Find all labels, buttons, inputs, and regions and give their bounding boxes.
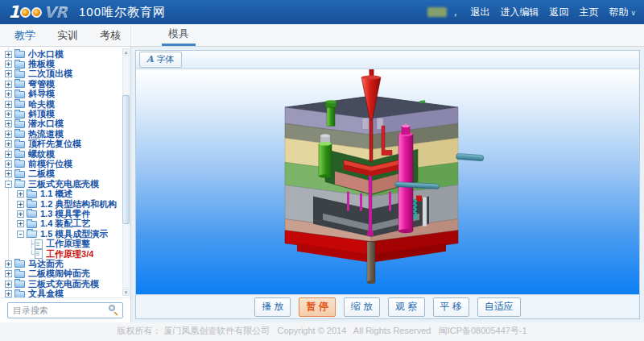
folder-icon [27, 231, 38, 238]
viewer-toolbar-top: A 字体 [136, 51, 639, 69]
expand-toggle-icon[interactable]: - [5, 181, 12, 188]
zoom-button[interactable]: 缩 放 [344, 297, 380, 317]
tree-item[interactable]: +文具盒模 [5, 289, 122, 297]
expand-toggle-icon[interactable]: + [5, 131, 12, 138]
expand-toggle-icon[interactable]: + [5, 151, 12, 158]
tree-item[interactable]: +前模行位模 [5, 159, 122, 168]
nav-tabs-left: 教学实训考核 [0, 24, 131, 46]
username-separator: ， [450, 6, 460, 19]
folder-icon [14, 171, 25, 178]
folder-icon [14, 81, 25, 88]
folder-icon [27, 221, 37, 228]
folder-icon [14, 181, 26, 188]
tab-bar: 教学实训考核 模具 [0, 24, 644, 47]
expand-toggle-icon[interactable]: + [5, 110, 12, 118]
tree-scrollbar[interactable]: ▲ ▼ [122, 48, 130, 296]
folder-icon [14, 151, 25, 158]
expand-toggle-icon[interactable]: + [17, 210, 24, 218]
expand-toggle-icon[interactable]: + [5, 120, 12, 127]
help-link[interactable]: 帮助∨ [609, 6, 636, 19]
folder-icon [14, 131, 25, 138]
tree-item-label: 文具盒模 [28, 288, 64, 297]
folder-icon [14, 271, 25, 278]
header: 1 VR 100唯尔教育网 ， 退出进入编辑返回主页帮助∨ [0, 0, 644, 24]
tree-item[interactable]: +顶杆先复位模 [5, 139, 122, 149]
tree-item[interactable]: +斜导模 [5, 89, 122, 99]
expand-toggle-icon[interactable]: + [5, 60, 12, 68]
search-row [0, 297, 130, 322]
folder-icon [14, 141, 25, 148]
playback-toolbar: 播 放暂 停缩 放观 察平 移自适应 [136, 294, 639, 318]
expand-toggle-icon[interactable]: + [17, 201, 24, 208]
pause-button[interactable]: 暂 停 [299, 297, 335, 317]
font-button[interactable]: A 字体 [139, 52, 182, 68]
play-button[interactable]: 播 放 [254, 297, 291, 317]
logo-eye-icon [31, 7, 42, 18]
expand-toggle-icon[interactable]: + [5, 270, 12, 277]
observe-button[interactable]: 观 察 [388, 297, 424, 317]
folder-icon [14, 111, 25, 119]
folder-icon [14, 91, 25, 98]
expand-toggle-icon[interactable]: + [5, 281, 12, 288]
tab-mold[interactable]: 模具 [162, 24, 196, 46]
scrollbar-thumb[interactable] [122, 95, 130, 224]
nav-tabs-right: 模具 [131, 24, 196, 46]
pan-button[interactable]: 平 移 [433, 297, 469, 317]
search-icon[interactable] [109, 305, 119, 315]
tree-connector: ├ [29, 239, 34, 248]
help-caret-icon: ∨ [630, 9, 636, 17]
expand-toggle-icon[interactable]: + [5, 90, 12, 98]
tab-assessment[interactable]: 考核 [100, 28, 121, 43]
enter-edit-link[interactable]: 进入编辑 [500, 6, 539, 19]
folder-icon [14, 260, 25, 268]
font-button-label: 字体 [157, 53, 175, 65]
app-window: 1 VR 100唯尔教育网 ， 退出进入编辑返回主页帮助∨ 教学实训考核 模具 … [0, 0, 644, 341]
expand-toggle-icon[interactable]: + [5, 70, 12, 77]
expand-toggle-icon[interactable]: + [5, 260, 12, 268]
folder-icon [14, 51, 25, 58]
tab-training[interactable]: 实训 [57, 28, 78, 43]
expand-toggle-icon[interactable]: + [5, 81, 12, 88]
mold-3d-model[interactable] [136, 69, 639, 294]
folder-icon [14, 281, 25, 288]
sidebar: +小水口模+推板模+二次顶出模+弯管模+斜导模+哈夫模+斜顶模+潜水口模+热流道… [0, 47, 131, 322]
expand-toggle-icon[interactable]: - [17, 231, 24, 238]
tab-teaching[interactable]: 教学 [14, 28, 35, 43]
tree-item[interactable]: +哈夫模 [5, 99, 122, 109]
username-redacted [427, 7, 447, 17]
logo-digit: 1 [8, 2, 19, 22]
search-input[interactable] [7, 302, 123, 318]
logo-vr-text: VR [44, 3, 68, 21]
auto-fit-button[interactable]: 自适应 [477, 297, 521, 317]
logout-link[interactable]: 退出 [470, 6, 489, 19]
document-icon [35, 239, 43, 249]
folder-icon [14, 61, 25, 69]
expand-toggle-icon[interactable]: + [5, 160, 12, 168]
expand-toggle-icon[interactable]: + [5, 101, 12, 108]
logo-eye-icon [20, 7, 31, 18]
scroll-up-icon[interactable]: ▲ [122, 48, 130, 56]
viewer-panel: A 字体 [135, 50, 640, 319]
tree-item[interactable]: +弯管模 [5, 79, 122, 89]
expand-toggle-icon[interactable]: + [5, 290, 12, 297]
expand-toggle-icon[interactable]: + [17, 220, 24, 227]
tree-item[interactable]: +小水口模 [5, 49, 122, 59]
tree-item[interactable]: +二次顶出模 [5, 69, 122, 79]
folder-icon [14, 121, 25, 128]
home-link[interactable]: 主页 [579, 6, 598, 19]
folder-icon [14, 71, 25, 78]
header-links: ， 退出进入编辑返回主页帮助∨ [427, 6, 636, 19]
expand-toggle-icon[interactable]: + [17, 190, 24, 198]
course-tree: +小水口模+推板模+二次顶出模+弯管模+斜导模+哈夫模+斜顶模+潜水口模+热流道… [0, 47, 122, 297]
expand-toggle-icon[interactable]: + [5, 170, 12, 177]
expand-toggle-icon[interactable]: + [5, 51, 12, 58]
expand-toggle-icon[interactable]: + [5, 140, 12, 148]
folder-icon [14, 160, 25, 168]
mold-3d-graphic [136, 69, 639, 294]
footer-copyright: 版权所有： 厦门凤凰创壹软件有限公司 Copyright © 2014 All … [0, 322, 644, 341]
scroll-down-icon[interactable]: ▼ [122, 289, 130, 296]
search-box [7, 302, 123, 318]
back-link[interactable]: 返回 [549, 6, 568, 19]
logo-100vr: 1 VR [8, 2, 68, 22]
font-icon: A [147, 54, 154, 64]
